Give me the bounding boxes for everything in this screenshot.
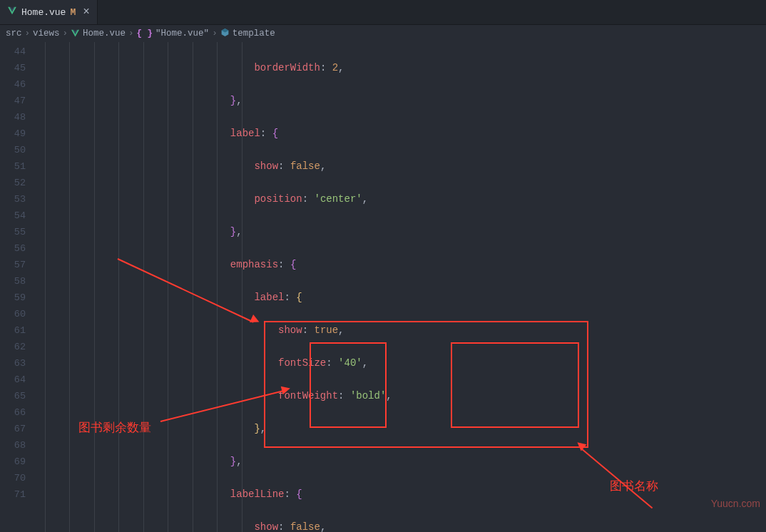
line-number: 62 bbox=[0, 339, 26, 355]
line-number: 69 bbox=[0, 454, 26, 470]
line-number: 53 bbox=[0, 191, 26, 208]
line-number: 54 bbox=[0, 208, 26, 224]
line-number: 56 bbox=[0, 240, 26, 257]
modified-indicator: M bbox=[70, 7, 76, 18]
code-editor[interactable]: 4445464748495051525354555657585960616263… bbox=[0, 42, 766, 532]
breadcrumb[interactable]: src › views › Home.vue › { } "Home.vue" … bbox=[0, 25, 766, 42]
tab-filename: Home.vue bbox=[21, 7, 66, 18]
line-number: 55 bbox=[0, 224, 26, 240]
close-icon[interactable]: × bbox=[83, 6, 90, 18]
breadcrumb-item[interactable]: views bbox=[33, 29, 60, 39]
breadcrumb-item[interactable]: Home.vue bbox=[83, 29, 126, 39]
line-number: 63 bbox=[0, 355, 26, 372]
chevron-right-icon: › bbox=[63, 29, 68, 39]
line-number: 65 bbox=[0, 388, 26, 404]
line-number: 51 bbox=[0, 158, 26, 175]
line-number: 48 bbox=[0, 109, 26, 126]
line-number: 71 bbox=[0, 486, 26, 503]
line-number: 50 bbox=[0, 142, 26, 158]
braces-icon: { } bbox=[137, 29, 153, 39]
chevron-right-icon: › bbox=[128, 29, 134, 39]
watermark: Yuucn.com bbox=[711, 498, 760, 509]
line-number: 60 bbox=[0, 306, 26, 322]
line-number: 66 bbox=[0, 404, 26, 421]
line-number: 44 bbox=[0, 44, 26, 60]
line-number: 46 bbox=[0, 76, 26, 93]
line-number: 67 bbox=[0, 421, 26, 437]
chevron-right-icon: › bbox=[25, 29, 31, 39]
cube-icon bbox=[220, 28, 230, 40]
line-number: 64 bbox=[0, 372, 26, 388]
breadcrumb-item[interactable]: src bbox=[6, 29, 22, 39]
breadcrumb-item[interactable]: template bbox=[233, 29, 275, 39]
line-number: 47 bbox=[0, 93, 26, 109]
line-number: 59 bbox=[0, 290, 26, 306]
line-number: 57 bbox=[0, 257, 26, 273]
line-number: 52 bbox=[0, 175, 26, 191]
tab-bar: Home.vue M × bbox=[0, 0, 766, 25]
line-number: 70 bbox=[0, 470, 26, 486]
line-number: 49 bbox=[0, 126, 26, 142]
line-number-gutter: 4445464748495051525354555657585960616263… bbox=[0, 42, 39, 532]
breadcrumb-item[interactable]: "Home.vue" bbox=[155, 29, 209, 39]
vue-icon bbox=[7, 6, 17, 19]
line-number: 58 bbox=[0, 273, 26, 290]
chevron-right-icon: › bbox=[212, 29, 218, 39]
line-number: 45 bbox=[0, 60, 26, 76]
tab-home-vue[interactable]: Home.vue M × bbox=[0, 0, 98, 24]
vue-icon bbox=[71, 29, 80, 39]
line-number: 61 bbox=[0, 322, 26, 339]
line-number: 68 bbox=[0, 437, 26, 454]
code-content[interactable]: borderWidth: 2, }, label: { show: false,… bbox=[39, 42, 766, 532]
